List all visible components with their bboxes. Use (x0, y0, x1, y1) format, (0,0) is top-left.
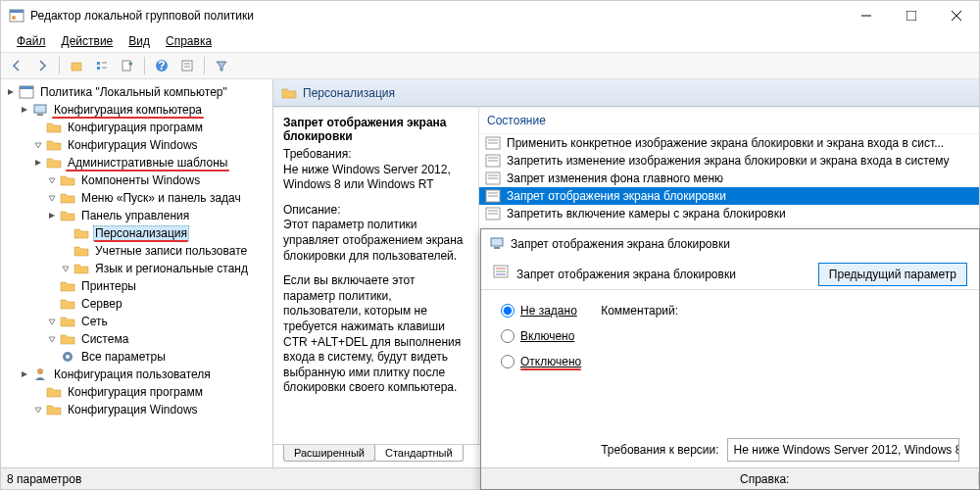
tree-label: Политика "Локальный компьютер" (38, 85, 229, 99)
dialog-statusbar: Справка: (481, 467, 979, 489)
radio-disabled[interactable]: Отключено (501, 355, 581, 368)
tree-user-win-config[interactable]: Конфигурация Windows (1, 401, 272, 418)
setting-row-selected[interactable]: Запрет отображения экрана блокировки (479, 187, 979, 205)
svg-point-23 (66, 355, 70, 359)
expander-icon[interactable] (19, 368, 30, 380)
desc-text2: Если вы включаете этот параметр политики… (283, 273, 468, 396)
tree-root[interactable]: Политика "Локальный компьютер" (1, 83, 272, 101)
expander-icon[interactable] (19, 104, 30, 116)
titlebar: Редактор локальной групповой политики (1, 1, 979, 30)
expander-icon[interactable] (46, 316, 58, 327)
tree-pane[interactable]: Политика "Локальный компьютер" Конфигура… (1, 79, 273, 467)
expander-icon[interactable] (46, 192, 58, 204)
tree-label: Конфигурация программ (66, 385, 205, 399)
prop-button[interactable] (175, 55, 199, 76)
svg-rect-12 (122, 61, 130, 71)
tree-personalization[interactable]: Персонализация (1, 224, 272, 242)
maximize-button[interactable] (889, 1, 934, 30)
tree-user-config[interactable]: Конфигурация пользователя (1, 366, 272, 383)
expander-icon[interactable] (46, 210, 58, 221)
tree-ctrl-panel[interactable]: Панель управления (1, 207, 272, 224)
up-button[interactable] (65, 55, 88, 76)
tree-admin-tmpl[interactable]: Административные шаблоны (1, 154, 272, 172)
tree-user-accounts[interactable]: Учетные записи пользовате (1, 242, 272, 260)
folder-icon (60, 296, 75, 312)
svg-rect-9 (97, 67, 100, 70)
folder-icon (60, 208, 75, 223)
back-button[interactable] (5, 55, 28, 76)
svg-rect-15 (182, 61, 192, 71)
tree-server[interactable]: Сервер (1, 295, 272, 313)
tree-start-panel[interactable]: Меню «Пуск» и панель задач (1, 189, 272, 207)
expander-icon[interactable] (32, 139, 44, 151)
radio-input[interactable] (501, 304, 514, 318)
menu-file[interactable]: Файл (9, 32, 54, 50)
menu-help[interactable]: Справка (158, 32, 220, 50)
setting-row[interactable]: Запретить изменение изображения экрана б… (479, 152, 979, 170)
dialog-subheader: Запрет отображения экрана блокировки Пре… (481, 259, 979, 290)
tree-label: Меню «Пуск» и панель задач (79, 191, 243, 205)
user-icon (32, 367, 48, 382)
folder-icon (74, 243, 89, 259)
expander-icon[interactable] (32, 404, 44, 416)
detail-header-label: Персонализация (303, 86, 395, 100)
expander-icon[interactable] (5, 86, 17, 98)
expander-icon[interactable] (60, 263, 72, 274)
tree-network[interactable]: Сеть (1, 313, 272, 330)
state-header[interactable]: Состояние (479, 108, 979, 134)
minimize-button[interactable] (844, 1, 889, 30)
setting-label: Применить конкретное изображение экрана … (507, 136, 944, 150)
radio-input[interactable] (501, 355, 514, 368)
tree-user-prog-config[interactable]: Конфигурация программ (1, 383, 272, 401)
toolbar-sep (144, 57, 145, 74)
tree-prog-config[interactable]: Конфигурация программ (1, 119, 272, 136)
folder-icon (60, 331, 75, 347)
setting-row[interactable]: Запретить включение камеры с экрана блок… (479, 205, 979, 222)
tab-standard[interactable]: Стандартный (374, 445, 464, 462)
req-label: Требования: (283, 147, 352, 161)
list-button[interactable] (90, 55, 114, 76)
close-button[interactable] (934, 1, 979, 30)
status-count: 8 параметров (7, 472, 81, 486)
forward-button[interactable] (30, 55, 54, 76)
tab-extended[interactable]: Расширенный (283, 445, 375, 462)
radio-enabled[interactable]: Включено (501, 329, 581, 343)
setting-label: Запрет изменения фона главного меню (507, 172, 723, 185)
setting-icon (493, 265, 509, 283)
tree-all-params[interactable]: Все параметры (1, 348, 272, 366)
svg-rect-1 (10, 10, 24, 13)
tree-system[interactable]: Система (1, 330, 272, 348)
tree-win-config[interactable]: Конфигурация Windows (1, 136, 272, 154)
radio-input[interactable] (501, 329, 514, 343)
setting-icon (485, 189, 501, 203)
radio-label: Включено (520, 329, 574, 343)
filter-button[interactable] (210, 55, 233, 76)
setting-row[interactable]: Запрет изменения фона главного меню (479, 170, 979, 187)
export-button[interactable] (116, 55, 139, 76)
svg-rect-4 (906, 11, 916, 21)
expander-icon[interactable] (32, 157, 44, 169)
prev-setting-button[interactable]: Предыдущий параметр (818, 263, 967, 286)
tree-label: Сеть (79, 315, 110, 328)
tree-lang-regional[interactable]: Язык и региональные станд (1, 260, 272, 277)
tree-comp-config[interactable]: Конфигурация компьютера (1, 101, 272, 119)
tree-printers[interactable]: Принтеры (1, 277, 272, 295)
setting-row[interactable]: Применить конкретное изображение экрана … (479, 134, 979, 152)
svg-point-24 (37, 368, 43, 374)
setting-title: Запрет отображения экрана блокировки (283, 116, 468, 143)
folder-icon (60, 278, 75, 294)
folder-icon (60, 314, 75, 329)
menu-action[interactable]: Действие (54, 32, 122, 50)
settings-list[interactable]: Применить конкретное изображение экрана … (479, 134, 979, 222)
menu-view[interactable]: Вид (121, 32, 158, 50)
radio-not-set[interactable]: Не задано (501, 304, 581, 318)
svg-rect-20 (34, 105, 46, 113)
radio-label: Отключено (520, 355, 581, 368)
tree-comp-win[interactable]: Компоненты Windows (1, 172, 272, 189)
tree-label: Конфигурация программ (66, 121, 205, 134)
expander-icon[interactable] (46, 333, 58, 345)
folder-icon (46, 155, 62, 171)
svg-rect-21 (37, 114, 43, 116)
help-button[interactable]: ? (150, 55, 173, 76)
expander-icon[interactable] (46, 174, 58, 186)
